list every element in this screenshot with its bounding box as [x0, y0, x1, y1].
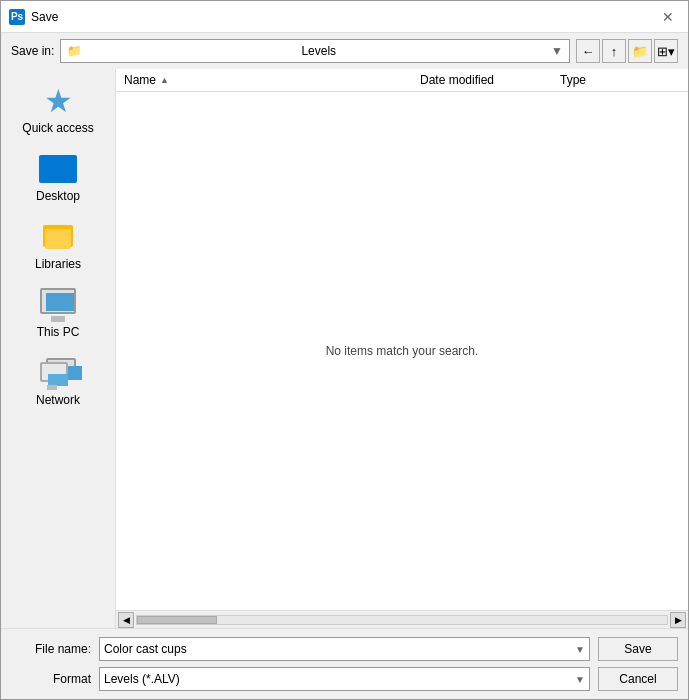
title-bar: Ps Save ✕ — [1, 1, 688, 33]
toolbar-buttons: ← ↑ 📁 ⊞▾ — [576, 39, 678, 63]
folder-icon-inline: 📁 — [67, 44, 82, 58]
format-value: Levels (*.ALV) — [104, 672, 575, 686]
save-in-label: Save in: — [11, 44, 54, 58]
file-list-area: Name ▲ Date modified Type No items match… — [116, 69, 688, 628]
horizontal-scrollbar[interactable]: ◀ ▶ — [116, 610, 688, 628]
file-name-row: File name: Color cast cups ▼ Save — [11, 637, 678, 661]
cancel-button[interactable]: Cancel — [598, 667, 678, 691]
scroll-right-button[interactable]: ▶ — [670, 612, 686, 628]
save-button[interactable]: Save — [598, 637, 678, 661]
sidebar-item-quick-access[interactable]: ★ Quick access — [5, 77, 111, 141]
this-pc-icon — [38, 287, 78, 323]
toolbar-row: Save in: 📁 Levels ▼ ← ↑ 📁 ⊞▾ — [1, 33, 688, 69]
scroll-thumb[interactable] — [137, 616, 217, 624]
column-name[interactable]: Name ▲ — [124, 73, 420, 87]
sidebar-item-this-pc[interactable]: This PC — [5, 281, 111, 345]
sidebar-item-label-this-pc: This PC — [37, 325, 80, 339]
save-in-dropdown[interactable]: 📁 Levels ▼ — [60, 39, 570, 63]
new-folder-button[interactable]: 📁 — [628, 39, 652, 63]
sidebar-item-label-quick-access: Quick access — [22, 121, 93, 135]
bottom-form: File name: Color cast cups ▼ Save Format… — [1, 628, 688, 699]
back-button[interactable]: ← — [576, 39, 600, 63]
dialog-title: Save — [31, 10, 58, 24]
file-name-label: File name: — [11, 642, 91, 656]
scroll-track[interactable] — [136, 615, 668, 625]
sidebar-item-libraries[interactable]: Libraries — [5, 213, 111, 277]
file-list-empty-message: No items match your search. — [116, 92, 688, 610]
main-area: ★ Quick access Desktop Libraries — [1, 69, 688, 628]
column-type: Type — [560, 73, 680, 87]
current-folder-name: Levels — [301, 44, 336, 58]
close-button[interactable]: ✕ — [656, 5, 680, 29]
scroll-left-button[interactable]: ◀ — [118, 612, 134, 628]
sidebar-item-label-desktop: Desktop — [36, 189, 80, 203]
sort-arrow-icon: ▲ — [160, 75, 169, 85]
sidebar-item-network[interactable]: Network — [5, 349, 111, 413]
title-bar-left: Ps Save — [9, 9, 58, 25]
quick-access-icon: ★ — [38, 83, 78, 119]
file-list-header: Name ▲ Date modified Type — [116, 69, 688, 92]
network-icon — [38, 355, 78, 391]
file-name-input[interactable]: Color cast cups ▼ — [99, 637, 590, 661]
desktop-icon — [38, 151, 78, 187]
format-dropdown[interactable]: Levels (*.ALV) ▼ — [99, 667, 590, 691]
column-date[interactable]: Date modified — [420, 73, 560, 87]
cancel-button-container: Cancel — [598, 667, 678, 691]
sidebar-item-label-network: Network — [36, 393, 80, 407]
view-options-button[interactable]: ⊞▾ — [654, 39, 678, 63]
file-name-dropdown-arrow[interactable]: ▼ — [575, 644, 585, 655]
format-label: Format — [11, 672, 91, 686]
sidebar: ★ Quick access Desktop Libraries — [1, 69, 116, 628]
save-button-container: Save — [598, 637, 678, 661]
save-dialog: Ps Save ✕ Save in: 📁 Levels ▼ ← ↑ 📁 ⊞▾ ★ — [0, 0, 689, 700]
app-icon: Ps — [9, 9, 25, 25]
format-row: Format Levels (*.ALV) ▼ Cancel — [11, 667, 678, 691]
sidebar-item-label-libraries: Libraries — [35, 257, 81, 271]
up-folder-button[interactable]: ↑ — [602, 39, 626, 63]
libraries-icon — [38, 219, 78, 255]
sidebar-item-desktop[interactable]: Desktop — [5, 145, 111, 209]
file-name-value: Color cast cups — [104, 642, 575, 656]
format-dropdown-arrow[interactable]: ▼ — [575, 674, 585, 685]
dropdown-arrow-icon: ▼ — [551, 44, 563, 58]
